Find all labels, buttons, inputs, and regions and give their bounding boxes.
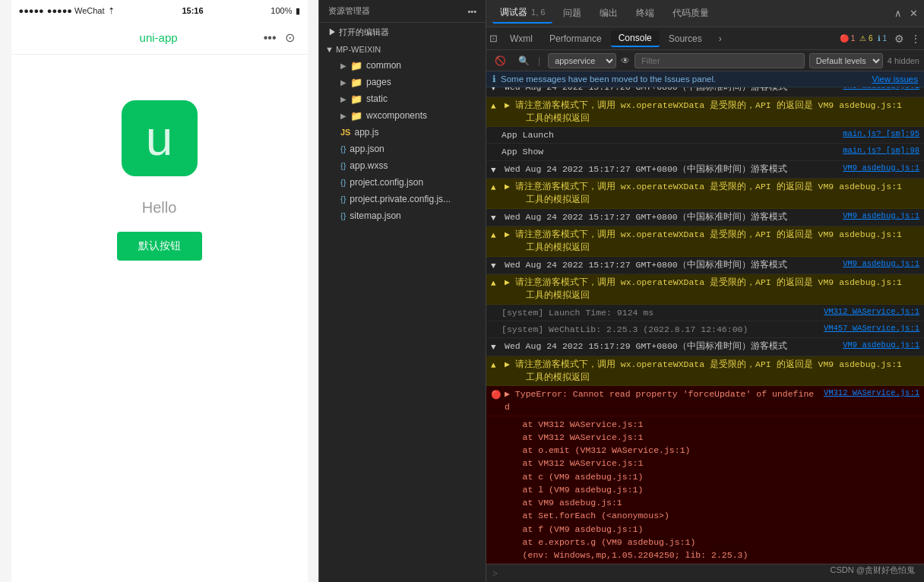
file-name: app.js: [354, 127, 378, 138]
file-explorer-more-icon[interactable]: •••: [467, 7, 476, 16]
file-tree-item[interactable]: {}project.config.json: [319, 174, 486, 191]
app-icon: u: [122, 100, 198, 176]
devtools-top-tabs: 调试器 1, 6问题编出终端代码质量 ∧ ✕: [486, 0, 924, 27]
file-tree-item[interactable]: {}app.json: [319, 141, 486, 157]
devtools-tab-调试器[interactable]: 调试器 1, 6: [492, 3, 552, 24]
msg-source-link[interactable]: VM312 WAService.js:1: [824, 306, 919, 318]
wifi-icon: ⇡: [108, 6, 115, 16]
file-name: common: [366, 60, 401, 71]
file-name: wxcomponents: [366, 110, 427, 121]
devtools-tab-问题[interactable]: 问题: [555, 4, 589, 23]
root-folder[interactable]: ▼ MP-WEIXIN: [319, 42, 486, 57]
msg-text: ▶ 请注意游客模式下，调用 wx.operateWXData 是受限的，API …: [505, 358, 919, 384]
msg-source-link[interactable]: VM9 asdebug.js:1: [843, 340, 919, 352]
file-name: pages: [366, 77, 391, 87]
eye-icon[interactable]: 👁: [621, 55, 630, 66]
filter-toggle-button[interactable]: 🔍: [514, 54, 533, 68]
phone-content: u Hello 默认按钮: [11, 55, 308, 582]
file-tree-item[interactable]: JSapp.js: [319, 124, 486, 141]
devtools-tab-终端[interactable]: 终端: [628, 4, 662, 23]
root-folder-label: ▼ MP-WEIXIN: [325, 45, 381, 54]
phone-status-bar: ●●●●● ●●●●● WeChat ⇡ 15:16 100% ▮: [11, 0, 308, 21]
console-message-row: ▼Wed Aug 24 2022 15:17:26 GMT+0800（中国标准时…: [486, 87, 924, 97]
console-message-row: ▲▶ 请注意游客模式下，调用 wx.operateWXData 是受限的，API…: [486, 226, 924, 257]
msg-text: Wed Aug 24 2022 15:17:26 GMT+0800（中国标准时间…: [505, 87, 837, 93]
msg-type-icon: ▼: [491, 212, 502, 225]
console-message-row: ▲▶ 请注意游客模式下，调用 wx.operateWXData 是受限的，API…: [486, 179, 924, 209]
more-options-icon[interactable]: ⋮: [910, 33, 921, 45]
console-message-row: App Launchmain.js? [sm]:95: [486, 127, 924, 144]
console-message-row: 🔴▶ TypeError: Cannot read property 'forc…: [486, 386, 924, 416]
default-button[interactable]: 默认按钮: [117, 232, 202, 261]
file-name: project.config.json: [350, 177, 423, 188]
console-tab-Performance[interactable]: Performance: [542, 31, 609, 46]
open-editor-section[interactable]: ▶ 打开的编辑器: [319, 23, 486, 42]
console-message-row: at VM312 WAService.js:1 at VM312 WAServi…: [486, 416, 924, 565]
battery-percent: 100%: [271, 6, 292, 15]
file-explorer-header: 资源管理器 •••: [319, 0, 486, 23]
msg-text: at VM312 WAService.js:1 at VM312 WAServi…: [502, 418, 919, 562]
console-tab-Sources[interactable]: Sources: [661, 31, 710, 46]
file-tree-item[interactable]: {}app.wxss: [319, 157, 486, 174]
msg-source-link[interactable]: VM9 asdebug.js:1: [843, 210, 919, 223]
msg-source-link[interactable]: VM457 WAService.js:1: [824, 323, 919, 335]
info-icon: ℹ: [492, 74, 496, 84]
file-tree-item[interactable]: ▶📁wxcomponents: [319, 107, 486, 124]
file-tree-item[interactable]: ▶📁common: [319, 57, 486, 74]
context-select[interactable]: appservice: [548, 53, 616, 68]
level-select[interactable]: Default levels: [809, 53, 883, 68]
filter-input[interactable]: [634, 53, 805, 68]
file-name: app.wxss: [350, 160, 388, 171]
file-tree-item[interactable]: ▶📁static: [319, 90, 486, 107]
msg-type-icon: ▼: [491, 87, 502, 95]
view-issues-link[interactable]: View issues: [872, 74, 918, 84]
devtools-tab-编出[interactable]: 编出: [592, 4, 625, 23]
msg-text: ▶ 请注意游客模式下，调用 wx.operateWXData 是受限的，API …: [505, 180, 919, 207]
msg-type-icon: ▲: [491, 100, 502, 113]
console-sub-tabs: ⊡ WxmlPerformanceConsoleSources› 🔴 1 ⚠ 6…: [486, 27, 924, 50]
clear-console-button[interactable]: 🚫: [491, 54, 510, 68]
msg-type-icon: ▼: [491, 260, 502, 273]
msg-source-link[interactable]: VM9 asdebug.js:1: [843, 163, 919, 175]
msg-type-icon: ▲: [491, 182, 502, 195]
msg-source-link[interactable]: main.js? [sm]:98: [843, 145, 919, 157]
clock: 15:16: [182, 6, 203, 15]
file-tree-item[interactable]: {}project.private.config.js...: [319, 191, 486, 207]
circle-icon[interactable]: ⊙: [285, 30, 295, 45]
console-tab-Console[interactable]: Console: [611, 30, 660, 47]
close-icon[interactable]: ✕: [910, 8, 918, 19]
console-message-row: ▲▶ 请注意游客模式下，调用 wx.operateWXData 是受限的，API…: [486, 97, 924, 128]
console-message-row: App Showmain.js? [sm]:98: [486, 144, 924, 160]
settings-icon[interactable]: ⚙: [894, 33, 904, 45]
console-message-row: ▼Wed Aug 24 2022 15:17:27 GMT+0800（中国标准时…: [486, 209, 924, 227]
error-badge: 🔴 1: [840, 34, 855, 43]
console-messages: ▲【自动热重载】已开启代码文件保存后自动热重载（不支持 json）[system…: [486, 87, 924, 564]
file-name: sitemap.json: [350, 210, 400, 221]
msg-source-link[interactable]: VM9 asdebug.js:1: [843, 87, 919, 93]
msg-source-link[interactable]: main.js? [sm]:95: [843, 128, 919, 141]
phone-nav-icons[interactable]: ••• ⊙: [264, 30, 296, 45]
console-message-row: ▲▶ 请注意游客模式下，调用 wx.operateWXData 是受限的，API…: [486, 274, 924, 305]
file-name: static: [366, 93, 388, 104]
msg-source-link[interactable]: VM312 WAService.js:1: [824, 387, 919, 400]
battery-icon: ▮: [296, 6, 300, 16]
device-icon[interactable]: ⊡: [489, 33, 498, 44]
console-message-row: ▼Wed Aug 24 2022 15:17:27 GMT+0800（中国标准时…: [486, 161, 924, 179]
phone-nav-bar: uni-app ••• ⊙: [11, 21, 308, 55]
console-tab-Wxml[interactable]: Wxml: [502, 31, 540, 46]
msg-type-icon: ▲: [491, 359, 502, 372]
msg-source-link[interactable]: VM9 asdebug.js:1: [843, 258, 919, 270]
file-name: app.json: [350, 144, 384, 154]
console-tab-›[interactable]: ›: [711, 31, 729, 46]
file-tree-item[interactable]: {}sitemap.json: [319, 207, 486, 224]
menu-dots-icon[interactable]: •••: [264, 31, 277, 45]
watermark: CSDN @贪财好色怕鬼: [831, 565, 915, 576]
phone-nav-title: uni-app: [140, 31, 178, 44]
console-message-row: ▼Wed Aug 24 2022 15:17:27 GMT+0800（中国标准时…: [486, 257, 924, 275]
file-tree-item[interactable]: ▶📁pages: [319, 74, 486, 90]
expand-icon[interactable]: ∧: [894, 8, 902, 19]
wechat-label: ●●●●● WeChat: [47, 6, 105, 15]
file-tree: ▶📁common▶📁pages▶📁static▶📁wxcomponentsJSa…: [319, 57, 486, 224]
console-prompt-icon: >: [492, 568, 498, 579]
devtools-tab-代码质量[interactable]: 代码质量: [665, 4, 717, 23]
